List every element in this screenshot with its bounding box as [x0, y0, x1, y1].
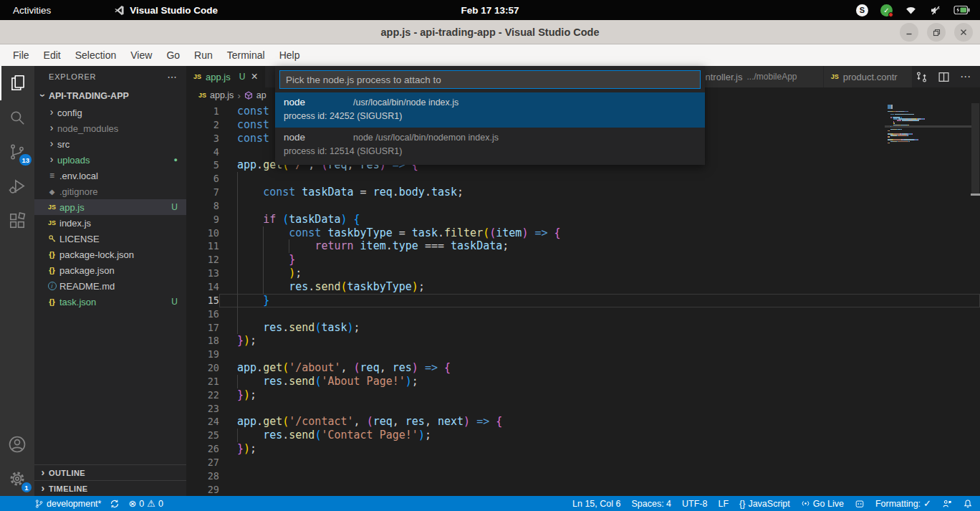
menu-view[interactable]: View: [123, 44, 159, 66]
close-tab-icon[interactable]: ×: [251, 70, 257, 83]
git-branch-status[interactable]: development*: [34, 499, 101, 509]
explorer-activity-button[interactable]: [0, 66, 34, 100]
feedback-button[interactable]: [942, 499, 952, 509]
eol-status[interactable]: LF: [718, 499, 729, 509]
scrollbar-slider[interactable]: [971, 103, 979, 194]
battery-icon[interactable]: [953, 5, 970, 15]
menu-terminal[interactable]: Terminal: [220, 44, 272, 66]
code-line-22[interactable]: 22});: [186, 388, 980, 402]
run-debug-activity-button[interactable]: [0, 169, 34, 204]
explorer-item-license[interactable]: LICENSE: [34, 231, 186, 247]
code-line-10[interactable]: 10 const taskbyType = task.filter((item)…: [186, 226, 980, 240]
audio-muted-icon[interactable]: [929, 5, 941, 16]
code-line-15[interactable]: 15 }: [186, 294, 980, 307]
code-line-9[interactable]: 9 if (taskData) {: [186, 213, 980, 226]
explorer-item--gitignore[interactable]: ◆.gitignore: [34, 183, 186, 199]
open-changes-icon[interactable]: [916, 71, 928, 83]
code-line-24[interactable]: 24app.get('/contact', (req, res, next) =…: [186, 415, 980, 429]
explorer-item-index-js[interactable]: JSindex.js: [34, 215, 186, 231]
language-mode-status[interactable]: {} JavaScript: [739, 499, 790, 509]
source-control-activity-button[interactable]: 13: [0, 135, 34, 169]
line-number: 9: [186, 213, 219, 226]
code-line-13[interactable]: 13 );: [186, 267, 980, 280]
file-name: LICENSE: [59, 234, 178, 244]
code-line-29[interactable]: 29: [186, 483, 980, 496]
skype-tray-icon[interactable]: S: [856, 4, 868, 16]
code-line-26[interactable]: 26});: [186, 442, 980, 456]
explorer-item-uploads[interactable]: ›uploads●: [34, 152, 186, 168]
code-line-20[interactable]: 20app.get('/about', (req, res) => {: [186, 361, 980, 375]
menu-go[interactable]: Go: [159, 44, 187, 66]
tab-app-js[interactable]: JS app.js U ×: [186, 66, 266, 87]
settings-button[interactable]: 1: [0, 462, 34, 496]
extension-status-button[interactable]: [855, 499, 865, 509]
code-line-28[interactable]: 28: [186, 469, 980, 483]
menu-edit[interactable]: Edit: [37, 44, 68, 66]
code-line-17[interactable]: 17 res.send(task);: [186, 321, 980, 335]
sync-changes-button[interactable]: [110, 499, 120, 509]
minimize-button[interactable]: [900, 23, 918, 42]
indent-guide: [237, 294, 238, 307]
code-line-23[interactable]: 23: [186, 402, 980, 416]
explorer-item-app-js[interactable]: JSapp.jsU: [34, 199, 186, 215]
indentation-status[interactable]: Spaces: 4: [631, 499, 671, 509]
line-content: }: [219, 253, 980, 267]
encoding-status[interactable]: UTF-8: [682, 499, 707, 509]
code-line-12[interactable]: 12 }: [186, 253, 980, 267]
outline-panel-header[interactable]: › OUTLINE: [34, 464, 186, 480]
quick-pick-item-2[interactable]: node node /usr/local/bin/nodemon index.j…: [275, 128, 705, 163]
more-actions-icon[interactable]: ⋯: [960, 70, 971, 83]
explorer-item-src[interactable]: ›src: [34, 136, 186, 152]
menu-run[interactable]: Run: [187, 44, 220, 66]
chevron-right-icon: ›: [46, 138, 57, 149]
minimap[interactable]: [888, 105, 971, 148]
explorer-item-readme-md[interactable]: iREADME.md: [34, 278, 186, 294]
split-editor-icon[interactable]: [938, 71, 950, 83]
problems-status[interactable]: ⊗ 0 ⚠ 0: [128, 499, 163, 509]
breadcrumb-file[interactable]: app.js: [210, 90, 234, 100]
code-line-6[interactable]: 6: [186, 172, 980, 186]
accounts-button[interactable]: [0, 427, 34, 462]
clock[interactable]: Feb 17 13:57: [0, 5, 980, 16]
cursor-position-status[interactable]: Ln 15, Col 6: [572, 499, 620, 509]
close-button[interactable]: [954, 23, 973, 42]
explorer-item-package-lock-json[interactable]: {}package-lock.json: [34, 247, 186, 262]
updater-tray-icon[interactable]: ✓: [880, 4, 893, 16]
go-live-button[interactable]: Go Live: [801, 499, 844, 509]
file-name: node_modules: [57, 123, 178, 134]
timeline-panel-header[interactable]: › TIMELINE: [34, 480, 186, 496]
code-line-16[interactable]: 16: [186, 307, 980, 321]
wifi-icon[interactable]: [905, 5, 917, 15]
line-content: app.get('/contact', (req, res, next) => …: [219, 415, 980, 429]
code-line-11[interactable]: 11 return item.type === taskData;: [186, 239, 980, 253]
extensions-activity-button[interactable]: [0, 204, 34, 238]
code-line-25[interactable]: 25 res.send('Contact Page!');: [186, 429, 980, 442]
menu-help[interactable]: Help: [272, 44, 307, 66]
editor-scrollbar[interactable]: [971, 103, 980, 496]
explorer-item--env-local[interactable]: ≡.env.local: [34, 168, 186, 183]
formatting-status[interactable]: Formatting: ✓: [875, 499, 931, 509]
code-line-18[interactable]: 18});: [186, 334, 980, 348]
explorer-more-actions-icon[interactable]: ⋯: [167, 71, 178, 82]
breadcrumb-symbol[interactable]: ap: [256, 90, 266, 100]
code-line-19[interactable]: 19: [186, 348, 980, 361]
tab-product-controller-js[interactable]: JS product.contr: [824, 66, 913, 87]
restore-button[interactable]: [927, 23, 946, 42]
code-line-27[interactable]: 27: [186, 456, 980, 469]
explorer-item-task-json[interactable]: {}task.jsonU: [34, 294, 186, 310]
quick-pick-input[interactable]: [279, 70, 701, 89]
code-line-21[interactable]: 21 res.send('About Page!');: [186, 375, 980, 388]
search-activity-button[interactable]: [0, 100, 34, 135]
code-line-8[interactable]: 8: [186, 199, 980, 213]
menu-selection[interactable]: Selection: [68, 44, 124, 66]
code-line-14[interactable]: 14 res.send(taskbyType);: [186, 280, 980, 294]
explorer-root-folder[interactable]: › API-TRADING-APP: [34, 87, 186, 105]
menu-file[interactable]: File: [6, 44, 37, 66]
window-title-bar[interactable]: app.js - api-trading-app - Visual Studio…: [0, 20, 980, 44]
explorer-item-config[interactable]: ›config: [34, 105, 186, 120]
notifications-button[interactable]: [963, 499, 973, 509]
code-line-7[interactable]: 7 const taskData = req.body.task;: [186, 186, 980, 199]
quick-pick-item-1[interactable]: node /usr/local/bin/node index.js proces…: [275, 92, 705, 128]
explorer-item-package-json[interactable]: {}package.json: [34, 262, 186, 278]
explorer-item-node-modules[interactable]: ›node_modules: [34, 120, 186, 136]
